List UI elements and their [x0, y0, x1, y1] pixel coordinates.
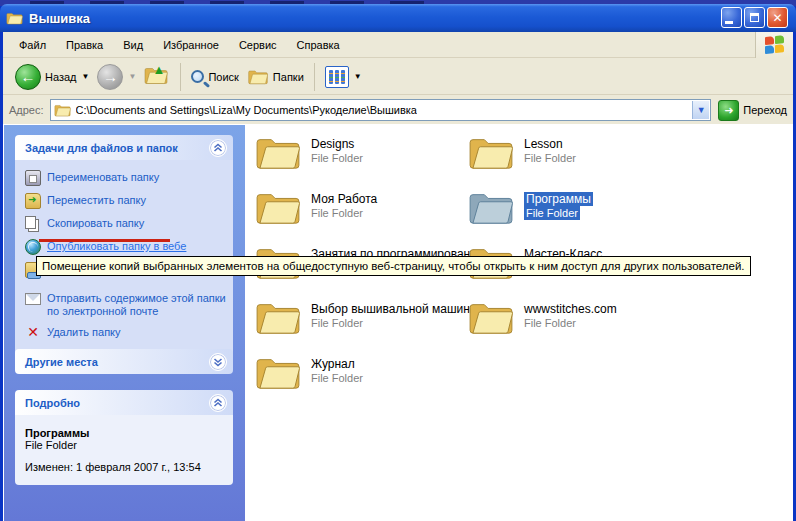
explorer-window: Вышивка ✕ Файл Правка Вид Избранное Серв… [0, 6, 796, 521]
up-arrow-glyph: ▲ [152, 62, 165, 77]
folder-name: Моя Работа [311, 192, 377, 206]
folder-type: File Folder [311, 371, 363, 385]
go-label: Переход [743, 104, 787, 116]
search-icon [191, 70, 204, 83]
task-email-folder[interactable]: Отправить содержимое этой папки по элект… [25, 291, 227, 318]
back-label: Назад [45, 71, 77, 83]
forward-button[interactable]: → ▼ [93, 62, 140, 92]
copy-icon [25, 216, 36, 229]
folder-icon [255, 353, 301, 391]
collapse-chevron-icon[interactable] [209, 394, 227, 412]
toolbar-separator [180, 63, 181, 91]
task-pane-sidebar: Задачи для файлов и папок Переименовать … [4, 125, 245, 521]
search-label: Поиск [208, 71, 238, 83]
address-label: Адрес: [9, 104, 44, 116]
folder-type: File Folder [524, 316, 617, 330]
windows-flag-icon [765, 35, 785, 55]
folder-icon [468, 298, 514, 336]
file-folder-tasks-header[interactable]: Задачи для файлов и папок [15, 135, 233, 160]
folder-type: File Folder [524, 151, 576, 165]
folder-type: File Folder [311, 316, 479, 330]
folder-name: Lesson [524, 137, 576, 151]
views-button[interactable]: ▼ [321, 64, 366, 90]
folder-tile-programmy-selected[interactable]: ПрограммыFile Folder [468, 188, 673, 230]
forward-arrow-icon: → [97, 64, 123, 90]
toolbar-separator [314, 63, 315, 91]
menu-tools[interactable]: Сервис [229, 35, 287, 55]
folder-tile-wwwstitches[interactable]: wwwstitches.comFile Folder [468, 298, 673, 340]
delete-icon: ✕ [25, 325, 41, 341]
folder-icon-selected [468, 188, 514, 226]
back-arrow-icon: ← [15, 64, 41, 90]
back-button[interactable]: ← Назад ▼ [11, 62, 93, 92]
close-button[interactable]: ✕ [767, 7, 788, 28]
folder-name: wwwstitches.com [524, 302, 617, 316]
menu-file[interactable]: Файл [9, 35, 56, 55]
folders-label: Папки [273, 71, 304, 83]
maximize-button[interactable] [744, 7, 765, 28]
standard-toolbar: ← Назад ▼ → ▼ ▲ Поиск [3, 59, 793, 95]
details-folder-type: File Folder [25, 439, 223, 451]
details-header[interactable]: Подробно [15, 390, 233, 415]
tooltip: Помещение копий выбранных элементов на о… [36, 256, 751, 276]
title-bar[interactable]: Вышивка ✕ [0, 4, 796, 32]
folder-icon [255, 133, 301, 171]
folder-tile-vybor-mashiny[interactable]: Выбор вышивальной машиныFile Folder [255, 298, 460, 340]
windows-logo-pane [755, 32, 793, 58]
folder-tile-moya-rabota[interactable]: Моя РаботаFile Folder [255, 188, 460, 230]
back-dropdown-icon[interactable]: ▼ [82, 72, 90, 81]
window-folder-icon [6, 11, 23, 25]
menu-view[interactable]: Вид [113, 35, 153, 55]
folder-name: Журнал [311, 357, 363, 371]
details-panel: Подробно Программы File Folder Изменен: … [15, 390, 233, 485]
up-button[interactable]: ▲ [140, 63, 174, 91]
move-folder-icon [25, 193, 41, 209]
folder-name: Программы [524, 192, 593, 206]
task-move-folder[interactable]: Переместить папку [25, 193, 227, 209]
menu-favorites[interactable]: Избранное [153, 35, 229, 55]
minimize-button[interactable] [721, 7, 742, 28]
menu-help[interactable]: Справка [287, 35, 350, 55]
folder-tile-designs[interactable]: DesignsFile Folder [255, 133, 460, 175]
window-title: Вышивка [29, 11, 90, 26]
folder-tile-lesson[interactable]: LessonFile Folder [468, 133, 673, 175]
tooltip-text: Помещение копий выбранных элементов на о… [42, 260, 745, 272]
task-delete-folder[interactable]: ✕ Удалить папку [25, 325, 227, 341]
folder-type: File Folder [524, 206, 580, 220]
views-dropdown-icon: ▼ [354, 72, 362, 81]
details-folder-name: Программы [25, 427, 223, 439]
go-button[interactable]: ➜ [718, 100, 739, 121]
folder-icon [255, 188, 301, 226]
collapse-chevron-icon[interactable] [209, 139, 227, 157]
folder-type: File Folder [311, 206, 377, 220]
forward-dropdown-icon: ▼ [128, 72, 136, 81]
folder-icon [255, 298, 301, 336]
other-places-panel: Другие места [15, 349, 233, 374]
details-title: Подробно [25, 397, 80, 409]
folders-button[interactable]: Папки [243, 66, 308, 87]
menu-edit[interactable]: Правка [56, 35, 113, 55]
details-modified: Изменен: 1 февраля 2007 г., 13:54 [25, 461, 223, 473]
folder-name: Designs [311, 137, 363, 151]
other-places-header[interactable]: Другие места [15, 349, 233, 374]
rename-icon [25, 170, 41, 186]
folder-type: File Folder [311, 151, 363, 165]
file-folder-tasks-title: Задачи для файлов и папок [25, 142, 178, 154]
address-bar: Адрес: C:\Documents and Settings\Liza\My… [3, 96, 793, 125]
task-copy-folder[interactable]: Скопировать папку [25, 216, 227, 232]
file-folder-tasks-panel: Задачи для файлов и папок Переименовать … [15, 135, 233, 358]
address-input[interactable]: C:\Documents and Settings\Liza\My Docume… [50, 99, 712, 121]
search-button[interactable]: Поиск [187, 68, 242, 85]
other-places-title: Другие места [25, 356, 98, 368]
folder-tile-zhurnal[interactable]: ЖурналFile Folder [255, 353, 460, 395]
task-rename-folder[interactable]: Переименовать папку [25, 170, 227, 186]
menu-bar: Файл Правка Вид Избранное Сервис Справка [3, 32, 793, 58]
folder-name: Выбор вышивальной машины [311, 302, 479, 316]
address-folder-icon [54, 103, 71, 117]
address-dropdown-button[interactable]: ▼ [692, 101, 709, 119]
folder-icon [468, 133, 514, 171]
views-icon [325, 66, 349, 88]
folders-view-icon [247, 68, 269, 85]
desktop-screenshot: Вышивка ✕ Файл Правка Вид Избранное Серв… [0, 0, 796, 521]
expand-chevron-icon[interactable] [209, 353, 227, 371]
